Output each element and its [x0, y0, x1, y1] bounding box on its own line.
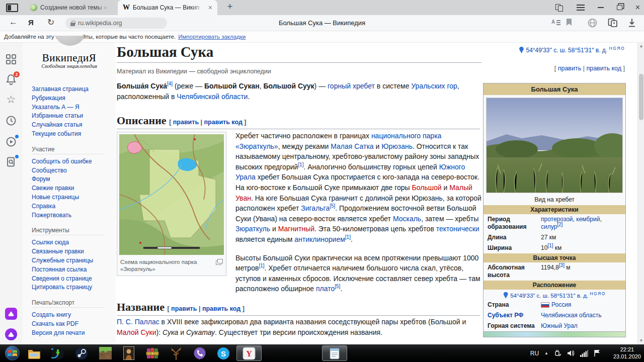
- inline-link[interactable]: плато: [316, 285, 335, 293]
- sidebar-link-report-error[interactable]: Сообщить об ошибке: [32, 157, 112, 166]
- minimize-icon[interactable]: [598, 7, 604, 8]
- sidebar-link-main[interactable]: Заглавная страница: [32, 85, 112, 94]
- sidebar-link-featured[interactable]: Избранные статьи: [32, 112, 112, 121]
- volume-icon[interactable]: [567, 349, 575, 357]
- reference-link[interactable]: [1]: [259, 263, 264, 268]
- edit-link[interactable]: править: [173, 119, 199, 126]
- search-document-icon[interactable]: [6, 156, 17, 167]
- edit-code-link[interactable]: править код: [586, 65, 621, 72]
- back-button[interactable]: ←: [9, 17, 18, 27]
- reference-link[interactable]: [1]: [345, 234, 351, 240]
- reference-link[interactable]: [5]: [335, 284, 340, 290]
- video-play-icon[interactable]: [6, 136, 17, 147]
- inline-link[interactable]: Челябинской области: [177, 93, 248, 101]
- tab-forum[interactable]: Создание новой темы » Фо: [25, 0, 118, 15]
- inline-link[interactable]: Южного Урала: [235, 163, 465, 182]
- scrollbar-thumb[interactable]: [639, 74, 643, 120]
- inline-link[interactable]: П. С. Паллас: [117, 318, 159, 326]
- menu-icon[interactable]: [577, 5, 585, 11]
- edit-code-link[interactable]: править код: [204, 119, 243, 126]
- translate-globe-icon[interactable]: [588, 18, 597, 28]
- region-label-link[interactable]: Субъект РФ: [488, 312, 541, 319]
- inline-link[interactable]: силур: [541, 223, 557, 230]
- bookmark-icon[interactable]: [567, 19, 572, 26]
- mountain-system-link[interactable]: Южный Урал: [541, 322, 578, 329]
- scroll-up-arrow[interactable]: ▲: [638, 43, 644, 50]
- sidebar-link-special[interactable]: Служебные страницы: [32, 256, 112, 265]
- sidebar-link-help[interactable]: Справка: [32, 202, 112, 211]
- inline-link[interactable]: Магнитный: [278, 225, 314, 233]
- import-bookmarks-link[interactable]: Импортировать закладки: [178, 34, 246, 40]
- collections-icon[interactable]: [608, 18, 618, 28]
- scroll-down-arrow[interactable]: ▼: [638, 337, 644, 344]
- coords-services[interactable]: HGЯO: [609, 46, 625, 51]
- sidebar-link-index[interactable]: Указатель А — Я: [32, 103, 112, 112]
- reference-link[interactable]: [4]: [167, 81, 173, 86]
- tab-close-icon[interactable]: ×: [208, 4, 212, 12]
- notifications-bell-icon[interactable]: 2: [6, 74, 17, 85]
- sidebar-link-rubrication[interactable]: Рубрикация: [32, 94, 112, 103]
- inline-link[interactable]: Малая Сатка: [331, 142, 373, 150]
- inline-link[interactable]: кембрий: [576, 216, 600, 223]
- inline-link[interactable]: тектонически: [436, 225, 479, 233]
- collections-sidebar-icon[interactable]: [5, 308, 17, 320]
- favorites-star-icon[interactable]: ☆: [6, 94, 17, 105]
- region-link[interactable]: Челябинская область: [541, 312, 601, 319]
- taskbar-tree-game[interactable]: [166, 345, 186, 361]
- power-plug-icon[interactable]: [554, 349, 561, 357]
- ridge-photo[interactable]: [486, 98, 623, 193]
- refresh-button[interactable]: ↻: [47, 17, 54, 28]
- restore-icon[interactable]: [617, 5, 622, 10]
- coordinates-top[interactable]: 54°49′33″ с. ш. 58°51′31″ в. д. HGЯO: [519, 46, 625, 54]
- edit-link[interactable]: править: [558, 65, 582, 72]
- taskbar-yandex-browser-active[interactable]: Y: [236, 345, 262, 361]
- language-indicator[interactable]: RU: [530, 350, 539, 357]
- start-button[interactable]: [5, 346, 20, 360]
- reference-link[interactable]: [5]: [330, 204, 335, 209]
- taskbar-winrar[interactable]: [142, 345, 163, 361]
- infobox-coordinates[interactable]: 54°49′33″ с. ш. 58°51′31″ в. д. HGЯO: [484, 290, 625, 300]
- inline-link[interactable]: Большой: [412, 184, 442, 192]
- sidebar-link-related[interactable]: Связанные правки: [32, 247, 112, 256]
- taskbar-notepad-active[interactable]: [322, 345, 347, 361]
- reference-link[interactable]: [2]: [557, 222, 562, 227]
- downloads-icon[interactable]: [628, 18, 636, 28]
- sidebar-link-pageinfo[interactable]: Сведения о странице: [32, 275, 112, 284]
- taskbar-skype[interactable]: S: [213, 345, 233, 361]
- messenger-sidebar-icon[interactable]: [5, 328, 17, 340]
- taskbar-viber[interactable]: [190, 345, 210, 361]
- apps-grid-icon[interactable]: [6, 54, 17, 65]
- sidebar-link-donate[interactable]: Пожертвовать: [32, 211, 112, 220]
- inline-link[interactable]: антиклинорием: [294, 235, 345, 243]
- inline-link[interactable]: горный хребет: [328, 82, 375, 90]
- taskbar-minecraft[interactable]: [95, 345, 115, 361]
- inline-link[interactable]: Москаль: [393, 215, 421, 223]
- country-link[interactable]: Россия: [551, 301, 571, 308]
- yandex-button[interactable]: Я: [28, 18, 34, 27]
- reference-link[interactable]: [3]: [559, 262, 565, 268]
- network-signal-icon[interactable]: [580, 350, 588, 357]
- inline-link[interactable]: Малой Суки: [117, 328, 156, 336]
- tableau-icon[interactable]: [555, 4, 564, 12]
- sidebar-link-create-book[interactable]: Создать книгу: [32, 311, 112, 320]
- map-thumbnail[interactable]: Схема национального парка «Зюраткуль»: [117, 132, 226, 276]
- sidebar-link-cite[interactable]: Цитировать страницу: [32, 283, 112, 292]
- sidebar-link-permanent[interactable]: Постоянная ссылка: [32, 265, 112, 275]
- tray-expand-icon[interactable]: ▲: [544, 351, 548, 355]
- taskbar-game-avatar[interactable]: [119, 345, 139, 361]
- sidebar-link-recent-changes[interactable]: Свежие правки: [32, 184, 112, 193]
- sidebar-link-download-pdf[interactable]: Скачать как PDF: [32, 320, 112, 329]
- page-scrollbar[interactable]: ▲ ▼: [637, 43, 644, 344]
- taskbar-steam[interactable]: [71, 345, 92, 361]
- action-center-flag-icon[interactable]: [594, 349, 601, 357]
- side-panel-toggle-icon[interactable]: [6, 4, 18, 12]
- address-bar[interactable]: ru.wikipedia.org: [65, 18, 167, 29]
- inline-link[interactable]: Зюраткуль: [235, 225, 270, 233]
- reference-link[interactable]: [1]: [547, 243, 553, 248]
- taskbar-explorer[interactable]: [24, 345, 44, 361]
- sidebar-link-random[interactable]: Случайная статья: [32, 121, 112, 130]
- close-icon[interactable]: ×: [635, 4, 640, 12]
- sidebar-link-current-events[interactable]: Текущие события: [32, 130, 112, 139]
- coords-services[interactable]: HGЯO: [590, 291, 606, 296]
- history-clock-icon[interactable]: [6, 115, 17, 126]
